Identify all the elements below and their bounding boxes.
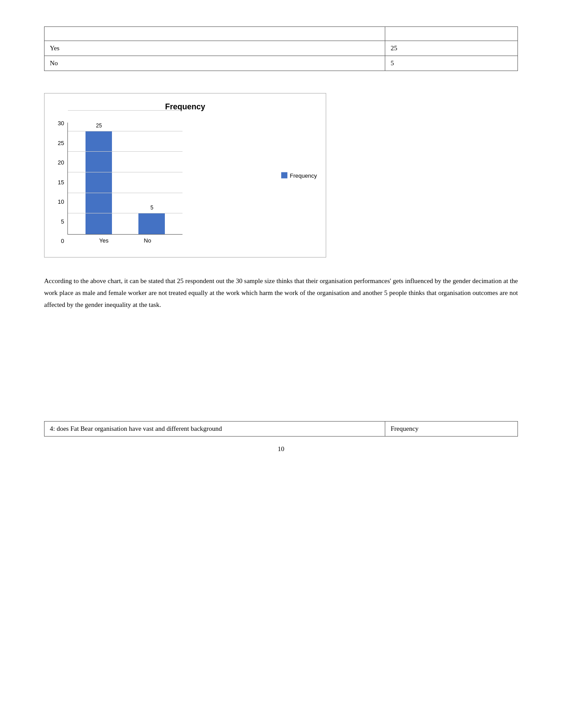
- table-row-no: No 5: [45, 56, 518, 71]
- bottom-table: 4: does Fat Bear organisation have vast …: [44, 421, 518, 437]
- analysis-paragraph: According to the above chart, it can be …: [44, 275, 518, 311]
- legend-color-box: [281, 172, 287, 179]
- grid-line-20: [68, 151, 182, 152]
- grid-line-10: [68, 193, 182, 193]
- grid-line-30: [68, 110, 182, 111]
- table-row: [45, 27, 518, 41]
- y-axis-labels: 0 5 10 15 20 25 30: [58, 120, 64, 244]
- legend-label: Frequency: [290, 172, 317, 179]
- bars-row: 25 5: [68, 123, 182, 234]
- y-label-25: 25: [58, 140, 64, 146]
- x-axis-labels: Yes No: [67, 235, 182, 244]
- bar-no: [138, 213, 165, 234]
- bar-group-yes: 25: [86, 123, 112, 234]
- bottom-table-cell-question: 4: does Fat Bear organisation have vast …: [45, 422, 385, 437]
- top-table: Yes 25 No 5: [44, 26, 518, 71]
- table-cell-yes-label: Yes: [45, 41, 385, 56]
- grid-line-25: [68, 131, 182, 131]
- bar-label-yes-value: 25: [96, 123, 102, 129]
- x-label-yes: Yes: [99, 237, 108, 244]
- grid-line-15: [68, 172, 182, 172]
- y-label-15: 15: [58, 179, 64, 185]
- table-cell-empty-value: [385, 27, 518, 41]
- table-cell-yes-value: 25: [385, 41, 518, 56]
- y-label-0: 0: [58, 238, 64, 244]
- bottom-table-cell-header: Frequency: [385, 422, 518, 437]
- bar-group-no: 5: [138, 205, 165, 234]
- chart-legend: Frequency: [281, 172, 317, 179]
- page: Yes 25 No 5 Frequency 0 5 10 15 20 25 30: [0, 0, 562, 728]
- y-label-10: 10: [58, 199, 64, 205]
- grid-line-5: [68, 213, 182, 213]
- chart-plot-area: 25 5: [67, 123, 182, 235]
- table-cell-empty-label: [45, 27, 385, 41]
- bottom-table-row: 4: does Fat Bear organisation have vast …: [45, 422, 518, 437]
- table-cell-no-label: No: [45, 56, 385, 71]
- y-label-30: 30: [58, 120, 64, 126]
- bar-chart: Frequency 0 5 10 15 20 25 30: [44, 93, 326, 258]
- x-label-no: No: [135, 237, 151, 244]
- y-label-5: 5: [58, 219, 64, 224]
- table-cell-no-value: 5: [385, 56, 518, 71]
- table-row-yes: Yes 25: [45, 41, 518, 56]
- bar-label-no-value: 5: [150, 205, 153, 211]
- y-label-20: 20: [58, 160, 64, 165]
- bar-yes: [86, 131, 112, 234]
- page-number: 10: [44, 445, 518, 453]
